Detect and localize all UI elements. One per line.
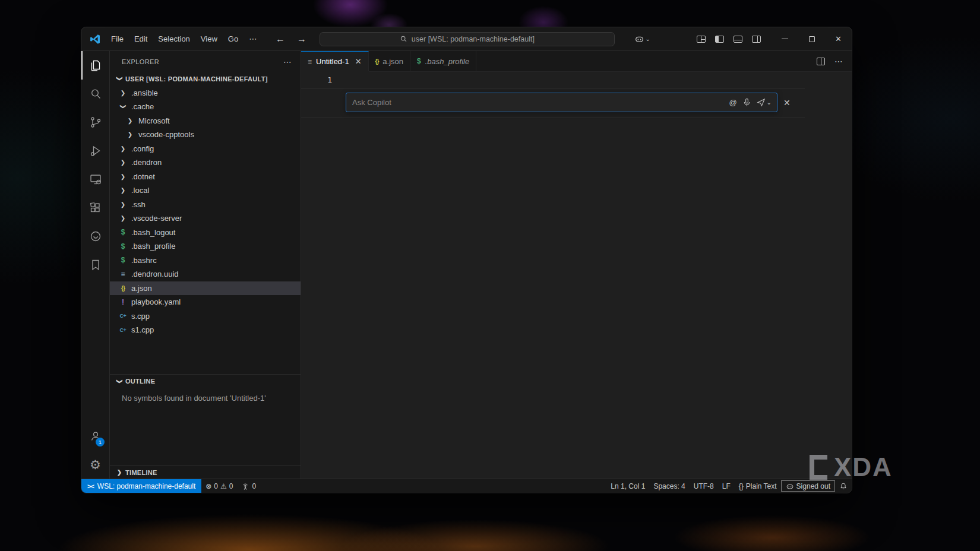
close-button[interactable]: ✕ (825, 27, 852, 50)
tree-item-dendron[interactable]: .dendron (110, 156, 301, 170)
minimize-icon (782, 39, 788, 39)
cursor-position-status[interactable]: Ln 1, Col 1 (606, 479, 649, 493)
editor-actions: ⋯ (808, 51, 852, 71)
close-chat-icon[interactable]: ✕ (783, 98, 791, 107)
tree-item-playbook-yaml[interactable]: ! playbook.yaml (110, 295, 301, 309)
plain-text-file-icon: ≡ (308, 58, 312, 66)
tab-untitled-1[interactable]: ≡ Untitled-1 ✕ (301, 51, 369, 71)
menu-go[interactable]: Go (223, 32, 244, 46)
warning-icon: ⚠ (220, 482, 227, 490)
settings-button[interactable]: ⚙ (81, 450, 109, 479)
activity-bar: 1 ⚙ (81, 51, 110, 479)
extensions-view-button[interactable] (81, 194, 109, 222)
tree-item-bash-logout[interactable]: $ .bash_logout (110, 226, 301, 240)
tree-root-header[interactable]: USER [WSL: PODMAN-MACHINE-DEFAULT] (110, 72, 301, 86)
tree-item-config[interactable]: .config (110, 142, 301, 156)
tree-item-bashrc[interactable]: $ .bashrc (110, 254, 301, 268)
menu-more-icon[interactable]: ⋯ (244, 32, 262, 46)
circle-extension-view-button[interactable] (81, 222, 109, 251)
toggle-panel-icon[interactable] (734, 36, 742, 43)
minimize-button[interactable] (772, 27, 798, 50)
copilot-menu-button[interactable]: ⌄ (630, 34, 655, 44)
line-number: 1 (301, 75, 332, 84)
shell-file-icon: $ (118, 228, 128, 236)
ports-status[interactable]: 0 (237, 479, 260, 493)
split-editor-icon[interactable] (817, 58, 825, 65)
vscode-window: File Edit Selection View Go ⋯ ← → user [… (81, 27, 852, 493)
close-icon: ✕ (835, 34, 842, 43)
tree-item-vscode-server[interactable]: .vscode-server (110, 211, 301, 226)
vscode-logo-icon (89, 33, 101, 45)
customize-layout-icon[interactable] (697, 36, 706, 43)
menu-view[interactable]: View (195, 32, 223, 46)
accounts-button[interactable]: 1 (81, 422, 109, 450)
chevron-right-icon (118, 90, 128, 96)
chevron-down-icon (115, 378, 124, 385)
tree-item-a-json[interactable]: {} a.json (110, 281, 301, 296)
bookmarks-view-button[interactable] (81, 251, 109, 279)
eol-status[interactable]: LF (718, 479, 735, 493)
command-center-search[interactable]: user [WSL: podman-machine-default] (320, 32, 615, 46)
editor-group: ≡ Untitled-1 ✕ {} a.json $ .bash_profile… (301, 51, 852, 479)
copilot-inline-chat: @ ⌄ (346, 93, 777, 112)
search-icon (400, 35, 407, 43)
editor-surface[interactable]: 1 @ (301, 72, 852, 479)
toggle-secondary-sidebar-icon[interactable] (752, 36, 761, 43)
tab-bar: ≡ Untitled-1 ✕ {} a.json $ .bash_profile… (301, 51, 852, 72)
source-control-view-button[interactable] (81, 108, 109, 137)
indentation-status[interactable]: Spaces: 4 (649, 479, 689, 493)
problems-status[interactable]: ⊗ 0 ⚠ 0 (201, 479, 237, 493)
tree-item-cache[interactable]: .cache (110, 100, 301, 114)
menu-edit[interactable]: Edit (129, 32, 153, 46)
tree-item-bash-profile[interactable]: $ .bash_profile (110, 239, 301, 254)
encoding-status[interactable]: UTF-8 (690, 479, 718, 493)
copilot-chat-input[interactable] (346, 93, 729, 112)
attach-context-icon[interactable]: @ (729, 98, 736, 107)
tree-item-dendron-uuid[interactable]: ≡ .dendron.uuid (110, 267, 301, 281)
radio-tower-icon (241, 482, 249, 490)
language-mode-status[interactable]: {} Plain Text (735, 479, 781, 493)
circle-extension-icon (88, 229, 103, 243)
maximize-button[interactable] (798, 27, 825, 50)
title-bar-center: ← → user [WSL: podman-machine-default] (262, 32, 629, 46)
chevron-right-icon (118, 173, 128, 180)
status-bar: >< WSL: podman-machine-default ⊗ 0 ⚠ 0 0… (81, 479, 852, 493)
search-view-button[interactable] (81, 80, 109, 108)
tree-item-s1-cpp[interactable]: C+ s1.cpp (110, 323, 301, 337)
send-button[interactable]: ⌄ (757, 98, 772, 107)
remote-explorer-view-button[interactable] (81, 165, 109, 194)
tree-item-microsoft[interactable]: Microsoft (110, 114, 301, 128)
menu-file[interactable]: File (106, 32, 129, 46)
braces-icon: {} (739, 482, 744, 490)
notifications-status[interactable] (835, 479, 852, 493)
explorer-icon (88, 58, 103, 72)
activity-bar-spacer (81, 279, 109, 422)
remote-indicator[interactable]: >< WSL: podman-machine-default (81, 479, 201, 493)
menu-selection[interactable]: Selection (153, 32, 195, 46)
tab-bash-profile[interactable]: $ .bash_profile (410, 51, 476, 71)
remote-explorer-icon (88, 172, 103, 186)
back-arrow-icon[interactable]: ← (271, 33, 290, 46)
timeline-header[interactable]: TIMELINE (110, 466, 157, 479)
toggle-primary-sidebar-icon[interactable] (715, 36, 724, 43)
copilot-signin-status[interactable]: Signed out (781, 480, 835, 492)
forward-arrow-icon[interactable]: → (292, 33, 311, 46)
tree-item-ansible[interactable]: .ansible (110, 86, 301, 100)
explorer-more-actions-icon[interactable]: ⋯ (283, 57, 292, 66)
explorer-view-button[interactable] (81, 51, 109, 80)
shell-file-icon: $ (118, 256, 128, 264)
tree-item-local[interactable]: .local (110, 183, 301, 198)
sidebar-header: EXPLORER ⋯ (110, 51, 301, 72)
tree-item-dotnet[interactable]: .dotnet (110, 170, 301, 184)
tree-item-s-cpp[interactable]: C+ s.cpp (110, 309, 301, 324)
microphone-icon[interactable] (742, 98, 751, 107)
tab-a-json[interactable]: {} a.json (369, 51, 411, 71)
editor-more-actions-icon[interactable]: ⋯ (834, 56, 843, 66)
tree-item-ssh[interactable]: .ssh (110, 198, 301, 212)
outline-header[interactable]: OUTLINE (110, 375, 301, 389)
chevron-right-icon (115, 469, 124, 476)
run-debug-view-button[interactable] (81, 137, 109, 165)
copilot-icon (634, 34, 644, 44)
tree-item-vscode-cpptools[interactable]: vscode-cpptools (110, 128, 301, 142)
close-tab-icon[interactable]: ✕ (355, 57, 362, 66)
